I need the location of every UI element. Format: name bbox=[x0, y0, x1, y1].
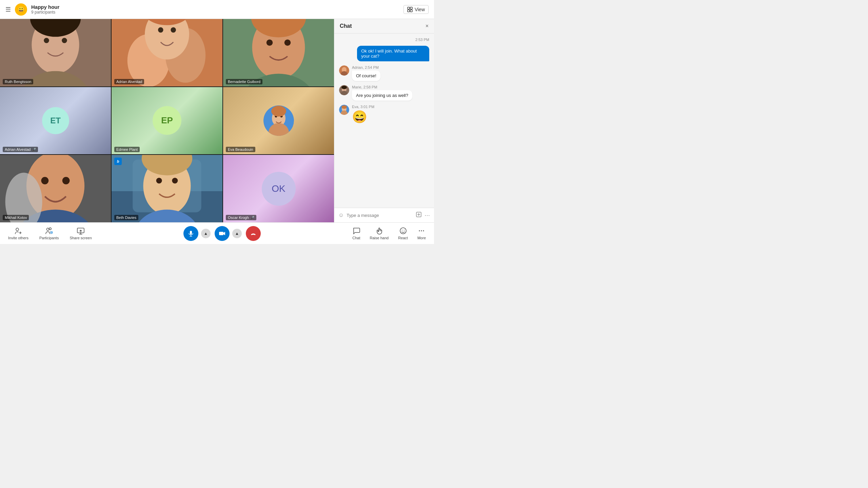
message-outgoing: Ok ok! I will join. What about your cat? bbox=[357, 46, 429, 61]
svg-point-33 bbox=[62, 177, 70, 184]
end-call-button[interactable] bbox=[246, 226, 261, 241]
chat-panel: Chat × 2:53 PM Ok ok! I will join. What … bbox=[334, 19, 434, 222]
svg-rect-2 bbox=[408, 10, 410, 12]
label-ep: Edmee Plant bbox=[114, 147, 140, 152]
video-feed-bernadette bbox=[223, 19, 334, 86]
view-icon bbox=[407, 7, 413, 12]
message-input[interactable] bbox=[347, 213, 413, 218]
react-button[interactable]: React bbox=[398, 227, 408, 240]
video-feed-et: ET bbox=[0, 87, 111, 155]
avatar-marie-chat bbox=[339, 85, 349, 95]
participant-name-bernadette: Bernadette Guibord bbox=[228, 80, 260, 84]
video-grid: Ruth Bengtsson Adrian Alvestad bbox=[0, 19, 334, 222]
chat-icon bbox=[353, 227, 360, 235]
raise-hand-button[interactable]: Raise hand bbox=[370, 227, 389, 240]
view-button[interactable]: View bbox=[403, 5, 429, 14]
message-content-adrian: Adrian, 2:54 PM Of course! bbox=[352, 65, 429, 81]
video-cell-ruth: Ruth Bengtsson bbox=[0, 19, 111, 86]
attach-file-icon[interactable] bbox=[416, 211, 422, 219]
mic-expand[interactable]: ▲ bbox=[201, 229, 211, 238]
label-mikhail: Mikhail Kotov bbox=[3, 215, 29, 220]
share-screen-button[interactable]: Share screen bbox=[70, 227, 92, 240]
message-emoji-eva: 😄 bbox=[352, 110, 429, 124]
svg-rect-66 bbox=[190, 231, 192, 234]
meeting-info: Happy hour 9 participants bbox=[31, 4, 399, 15]
video-feed-adrian bbox=[112, 19, 222, 86]
more-button[interactable]: More bbox=[417, 227, 426, 240]
toolbar: Invite others Participants Sha bbox=[0, 222, 434, 244]
avatar-oscar: OK bbox=[262, 172, 296, 206]
beth-face bbox=[112, 155, 222, 222]
avatar-eva-chat bbox=[339, 105, 349, 115]
svg-point-73 bbox=[419, 230, 420, 231]
svg-point-20 bbox=[267, 39, 273, 46]
video-feed-eva bbox=[223, 87, 334, 155]
invite-icon bbox=[15, 227, 22, 235]
message-content-marie: Marie, 2:58 PM Are you joining us as wel… bbox=[352, 85, 429, 101]
end-call-icon bbox=[250, 230, 257, 237]
avatar-et: ET bbox=[42, 107, 69, 134]
main-area: Ruth Bengtsson Adrian Alvestad bbox=[0, 19, 434, 222]
video-feed-oscar: OK bbox=[223, 155, 334, 222]
svg-rect-1 bbox=[410, 7, 412, 9]
label-eva: Eva Beaudouin bbox=[226, 147, 255, 152]
marie-avatar-img bbox=[339, 85, 349, 95]
chat-close-button[interactable]: × bbox=[426, 23, 429, 29]
video-cell-eva: Eva Beaudouin bbox=[223, 87, 334, 155]
more-label: More bbox=[417, 236, 426, 240]
svg-point-71 bbox=[402, 230, 402, 230]
video-cell-et: ET Adrian Alvestad 🎤 bbox=[0, 87, 111, 155]
video-cell-adrian-group: Adrian Alvestad bbox=[112, 19, 222, 86]
message-text-adrian: Of course! bbox=[352, 70, 380, 81]
adrian-avatar-img bbox=[339, 65, 349, 76]
participants-label: Participants bbox=[39, 236, 59, 240]
header: ☰ 😀 Happy hour 9 participants View bbox=[0, 0, 434, 19]
meeting-emoji: 😀 bbox=[17, 6, 25, 13]
video-cell-mikhail: Mikhail Kotov bbox=[0, 155, 111, 222]
svg-point-32 bbox=[41, 177, 48, 184]
share-label: Share screen bbox=[70, 236, 92, 240]
participant-name-et: Adrian Alvestad bbox=[5, 147, 31, 151]
message-content-eva: Eva, 3:01 PM 😄 bbox=[352, 105, 429, 124]
svg-point-7 bbox=[44, 38, 49, 43]
avatar-adrian-chat bbox=[339, 65, 349, 76]
svg-point-8 bbox=[62, 38, 67, 43]
label-oscar: Oscar Krogh 🎤 bbox=[226, 215, 256, 220]
emoji-picker-icon[interactable]: ☺ bbox=[338, 212, 344, 218]
sender-name-eva: Eva, 3:01 PM bbox=[352, 105, 429, 109]
svg-point-14 bbox=[158, 27, 163, 33]
meeting-title: Happy hour bbox=[31, 4, 399, 10]
chat-input-area: ☺ ⋯ bbox=[334, 208, 434, 222]
raise-hand-icon bbox=[375, 227, 383, 235]
message-row-eva: Eva, 3:01 PM 😄 bbox=[339, 105, 429, 124]
avatar-eva bbox=[263, 105, 294, 136]
message-row-adrian: Adrian, 2:54 PM Of course! bbox=[339, 65, 429, 81]
svg-point-15 bbox=[171, 27, 176, 33]
svg-point-40 bbox=[156, 178, 162, 184]
share-screen-icon bbox=[77, 227, 84, 235]
meeting-avatar: 😀 bbox=[15, 3, 27, 16]
cam-expand[interactable]: ▲ bbox=[232, 229, 242, 238]
sender-name-adrian: Adrian, 2:54 PM bbox=[352, 65, 429, 69]
video-feed-ep: EP bbox=[112, 87, 222, 155]
mute-button[interactable] bbox=[183, 226, 198, 241]
mic-icon bbox=[188, 230, 194, 237]
label-beth: Beth Davies bbox=[114, 215, 138, 220]
more-icon bbox=[418, 227, 425, 235]
participants-button[interactable]: Participants bbox=[39, 227, 59, 240]
chat-button[interactable]: Chat bbox=[352, 227, 360, 240]
react-icon bbox=[399, 227, 407, 235]
svg-point-28 bbox=[271, 106, 286, 117]
camera-button[interactable] bbox=[215, 226, 230, 241]
react-label: React bbox=[398, 236, 408, 240]
mute-icon-et: 🎤 bbox=[32, 148, 36, 151]
menu-icon[interactable]: ☰ bbox=[5, 6, 11, 13]
svg-rect-0 bbox=[408, 7, 410, 9]
toolbar-right: Chat Raise hand React More bbox=[352, 227, 426, 240]
mute-icon-oscar: 🎤 bbox=[250, 216, 254, 220]
more-options-icon[interactable]: ⋯ bbox=[425, 212, 430, 219]
ruth-face bbox=[0, 19, 111, 86]
invite-others-button[interactable]: Invite others bbox=[8, 227, 28, 240]
participant-name-oscar: Oscar Krogh bbox=[228, 216, 249, 220]
participants-icon bbox=[45, 227, 53, 235]
